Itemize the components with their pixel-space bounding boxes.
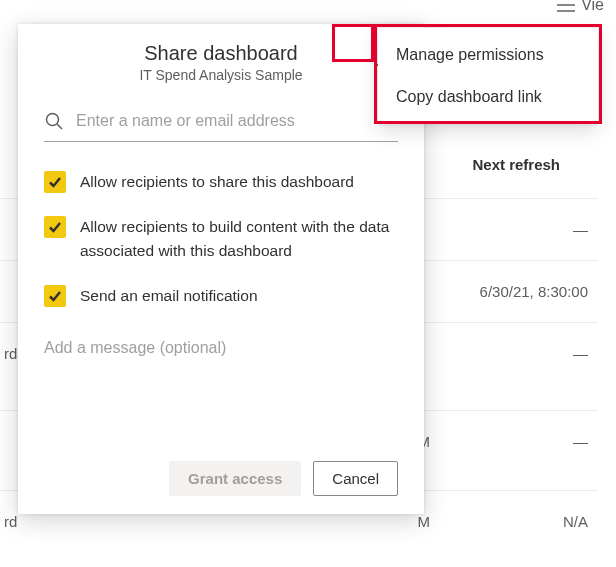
- cell-next-refresh: 6/30/21, 8:30:00: [480, 283, 588, 300]
- check-icon: [48, 175, 62, 189]
- recipient-field[interactable]: [44, 111, 398, 142]
- cell-fragment: rd: [4, 345, 17, 362]
- checkbox-label: Allow recipients to share this dashboard: [80, 170, 354, 193]
- cell-next-refresh: —: [573, 221, 588, 238]
- checkbox-allow-share[interactable]: Allow recipients to share this dashboard: [44, 170, 398, 193]
- message-input[interactable]: Add a message (optional): [44, 339, 398, 357]
- checkbox-label: Allow recipients to build content with t…: [80, 215, 398, 262]
- dialog-title: Share dashboard: [44, 42, 398, 65]
- checkbox-send-email[interactable]: Send an email notification: [44, 284, 398, 307]
- checkbox-box[interactable]: [44, 285, 66, 307]
- svg-point-3: [47, 114, 59, 126]
- view-toggle[interactable]: Vie: [557, 0, 604, 14]
- search-icon: [44, 111, 64, 131]
- column-header-next-refresh[interactable]: Next refresh: [472, 156, 560, 173]
- cell-next-refresh: —: [573, 433, 588, 450]
- cell-fragment: M: [418, 513, 431, 530]
- check-icon: [48, 289, 62, 303]
- hamburger-icon: [557, 0, 575, 12]
- recipient-input[interactable]: [76, 112, 398, 130]
- dialog-header: Share dashboard IT Spend Analysis Sample…: [44, 42, 398, 83]
- more-options-menu: Manage permissions Copy dashboard link: [378, 28, 598, 124]
- checkbox-allow-build[interactable]: Allow recipients to build content with t…: [44, 215, 398, 262]
- grant-access-button[interactable]: Grant access: [169, 461, 301, 496]
- check-icon: [48, 220, 62, 234]
- menu-item-copy-link[interactable]: Copy dashboard link: [378, 76, 598, 118]
- cell-next-refresh: N/A: [563, 513, 588, 530]
- checkbox-box[interactable]: [44, 216, 66, 238]
- share-dashboard-dialog: Share dashboard IT Spend Analysis Sample…: [18, 24, 424, 514]
- dialog-footer: Grant access Cancel: [44, 461, 398, 496]
- dialog-subtitle: IT Spend Analysis Sample: [44, 67, 398, 83]
- view-label: Vie: [581, 0, 604, 14]
- checkbox-box[interactable]: [44, 171, 66, 193]
- svg-line-4: [57, 124, 62, 129]
- cell-fragment: rd: [4, 513, 17, 530]
- cancel-button[interactable]: Cancel: [313, 461, 398, 496]
- checkbox-label: Send an email notification: [80, 284, 258, 307]
- menu-item-manage-permissions[interactable]: Manage permissions: [378, 34, 598, 76]
- cell-next-refresh: —: [573, 345, 588, 362]
